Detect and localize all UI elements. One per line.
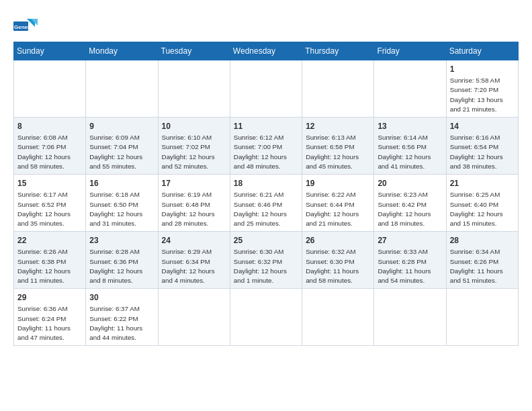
- day-number: 14: [450, 121, 515, 132]
- day-info: Sunrise: 6:33 AMSunset: 6:28 PMDaylight:…: [378, 248, 431, 284]
- day-info: Sunrise: 6:18 AMSunset: 6:50 PMDaylight:…: [89, 191, 142, 227]
- day-number: 30: [89, 292, 154, 303]
- day-info: Sunrise: 6:37 AMSunset: 6:22 PMDaylight:…: [89, 305, 142, 341]
- header-day-tuesday: Tuesday: [158, 42, 230, 60]
- page: General SundayMondayTuesdayWednesdayThur…: [0, 0, 532, 353]
- day-cell-20: 20 Sunrise: 6:23 AMSunset: 6:42 PMDaylig…: [374, 175, 446, 232]
- header-day-saturday: Saturday: [446, 42, 518, 60]
- svg-text:General: General: [14, 24, 34, 30]
- empty-cell: [14, 60, 86, 118]
- day-cell-28: 28 Sunrise: 6:34 AMSunset: 6:26 PMDaylig…: [446, 232, 518, 289]
- header-row: SundayMondayTuesdayWednesdayThursdayFrid…: [14, 42, 519, 60]
- day-cell-16: 16 Sunrise: 6:18 AMSunset: 6:50 PMDaylig…: [86, 175, 158, 232]
- empty-cell: [230, 289, 302, 346]
- day-number: 15: [17, 178, 82, 189]
- header-day-thursday: Thursday: [302, 42, 374, 60]
- day-cell-26: 26 Sunrise: 6:32 AMSunset: 6:30 PMDaylig…: [302, 232, 374, 289]
- day-info: Sunrise: 6:30 AMSunset: 6:32 PMDaylight:…: [234, 248, 287, 284]
- empty-cell: [446, 289, 518, 346]
- day-number: 10: [162, 121, 226, 132]
- day-cell-1: 1 Sunrise: 5:58 AMSunset: 7:20 PMDayligh…: [446, 60, 518, 118]
- empty-cell: [86, 60, 158, 118]
- day-info: Sunrise: 6:19 AMSunset: 6:48 PMDaylight:…: [162, 191, 215, 227]
- empty-cell: [374, 60, 446, 118]
- day-number: 25: [234, 235, 298, 246]
- day-number: 1: [450, 64, 515, 75]
- day-info: Sunrise: 6:23 AMSunset: 6:42 PMDaylight:…: [378, 191, 431, 227]
- day-info: Sunrise: 6:13 AMSunset: 6:58 PMDaylight:…: [306, 134, 359, 170]
- day-cell-10: 10 Sunrise: 6:10 AMSunset: 7:02 PMDaylig…: [158, 118, 230, 175]
- header-day-wednesday: Wednesday: [230, 42, 302, 60]
- day-cell-15: 15 Sunrise: 6:17 AMSunset: 6:52 PMDaylig…: [14, 175, 86, 232]
- day-number: 12: [306, 121, 370, 132]
- day-number: 16: [89, 178, 154, 189]
- day-number: 17: [162, 178, 226, 189]
- day-number: 23: [89, 235, 154, 246]
- day-number: 27: [378, 235, 442, 246]
- header-day-sunday: Sunday: [14, 42, 86, 60]
- day-number: 8: [17, 121, 82, 132]
- day-cell-23: 23 Sunrise: 6:28 AMSunset: 6:36 PMDaylig…: [86, 232, 158, 289]
- day-info: Sunrise: 6:14 AMSunset: 6:56 PMDaylight:…: [378, 134, 431, 170]
- day-cell-25: 25 Sunrise: 6:30 AMSunset: 6:32 PMDaylig…: [230, 232, 302, 289]
- day-info: Sunrise: 6:25 AMSunset: 6:40 PMDaylight:…: [450, 191, 503, 227]
- empty-cell: [302, 60, 374, 118]
- header: General: [13, 12, 519, 36]
- empty-cell: [302, 289, 374, 346]
- logo: General: [13, 16, 40, 36]
- day-cell-14: 14 Sunrise: 6:16 AMSunset: 6:54 PMDaylig…: [446, 118, 518, 175]
- empty-cell: [230, 60, 302, 118]
- logo-icon: General: [13, 16, 38, 36]
- day-number: 18: [234, 178, 298, 189]
- day-number: 29: [17, 292, 82, 303]
- week-row-5: 29 Sunrise: 6:36 AMSunset: 6:24 PMDaylig…: [14, 289, 519, 346]
- day-cell-12: 12 Sunrise: 6:13 AMSunset: 6:58 PMDaylig…: [302, 118, 374, 175]
- week-row-1: 1 Sunrise: 5:58 AMSunset: 7:20 PMDayligh…: [14, 60, 519, 118]
- day-cell-29: 29 Sunrise: 6:36 AMSunset: 6:24 PMDaylig…: [14, 289, 86, 346]
- day-cell-30: 30 Sunrise: 6:37 AMSunset: 6:22 PMDaylig…: [86, 289, 158, 346]
- week-row-4: 22 Sunrise: 6:26 AMSunset: 6:38 PMDaylig…: [14, 232, 519, 289]
- day-number: 19: [306, 178, 370, 189]
- day-number: 13: [378, 121, 442, 132]
- empty-cell: [374, 289, 446, 346]
- day-number: 26: [306, 235, 370, 246]
- day-info: Sunrise: 6:22 AMSunset: 6:44 PMDaylight:…: [306, 191, 359, 227]
- day-info: Sunrise: 6:12 AMSunset: 7:00 PMDaylight:…: [234, 134, 287, 170]
- header-day-monday: Monday: [86, 42, 158, 60]
- day-info: Sunrise: 5:58 AMSunset: 7:20 PMDaylight:…: [450, 77, 503, 113]
- day-cell-17: 17 Sunrise: 6:19 AMSunset: 6:48 PMDaylig…: [158, 175, 230, 232]
- day-info: Sunrise: 6:34 AMSunset: 6:26 PMDaylight:…: [450, 248, 503, 284]
- day-number: 20: [378, 178, 442, 189]
- empty-cell: [158, 60, 230, 118]
- day-cell-22: 22 Sunrise: 6:26 AMSunset: 6:38 PMDaylig…: [14, 232, 86, 289]
- day-info: Sunrise: 6:17 AMSunset: 6:52 PMDaylight:…: [17, 191, 71, 227]
- day-info: Sunrise: 6:26 AMSunset: 6:38 PMDaylight:…: [17, 248, 71, 284]
- header-day-friday: Friday: [374, 42, 446, 60]
- day-info: Sunrise: 6:32 AMSunset: 6:30 PMDaylight:…: [306, 248, 359, 284]
- day-number: 9: [89, 121, 154, 132]
- day-cell-11: 11 Sunrise: 6:12 AMSunset: 7:00 PMDaylig…: [230, 118, 302, 175]
- empty-cell: [158, 289, 230, 346]
- day-cell-21: 21 Sunrise: 6:25 AMSunset: 6:40 PMDaylig…: [446, 175, 518, 232]
- day-info: Sunrise: 6:29 AMSunset: 6:34 PMDaylight:…: [162, 248, 215, 284]
- day-info: Sunrise: 6:10 AMSunset: 7:02 PMDaylight:…: [162, 134, 215, 170]
- day-number: 22: [17, 235, 82, 246]
- calendar-table: SundayMondayTuesdayWednesdayThursdayFrid…: [13, 42, 519, 346]
- day-cell-13: 13 Sunrise: 6:14 AMSunset: 6:56 PMDaylig…: [374, 118, 446, 175]
- day-cell-18: 18 Sunrise: 6:21 AMSunset: 6:46 PMDaylig…: [230, 175, 302, 232]
- day-number: 28: [450, 235, 515, 246]
- day-number: 11: [234, 121, 298, 132]
- day-number: 21: [450, 178, 515, 189]
- day-number: 24: [162, 235, 226, 246]
- day-info: Sunrise: 6:36 AMSunset: 6:24 PMDaylight:…: [17, 305, 71, 341]
- week-row-2: 8 Sunrise: 6:08 AMSunset: 7:06 PMDayligh…: [14, 118, 519, 175]
- day-cell-9: 9 Sunrise: 6:09 AMSunset: 7:04 PMDayligh…: [86, 118, 158, 175]
- day-cell-24: 24 Sunrise: 6:29 AMSunset: 6:34 PMDaylig…: [158, 232, 230, 289]
- day-info: Sunrise: 6:16 AMSunset: 6:54 PMDaylight:…: [450, 134, 503, 170]
- week-row-3: 15 Sunrise: 6:17 AMSunset: 6:52 PMDaylig…: [14, 175, 519, 232]
- day-info: Sunrise: 6:21 AMSunset: 6:46 PMDaylight:…: [234, 191, 287, 227]
- day-info: Sunrise: 6:08 AMSunset: 7:06 PMDaylight:…: [17, 134, 71, 170]
- day-info: Sunrise: 6:28 AMSunset: 6:36 PMDaylight:…: [89, 248, 142, 284]
- day-info: Sunrise: 6:09 AMSunset: 7:04 PMDaylight:…: [89, 134, 142, 170]
- day-cell-8: 8 Sunrise: 6:08 AMSunset: 7:06 PMDayligh…: [14, 118, 86, 175]
